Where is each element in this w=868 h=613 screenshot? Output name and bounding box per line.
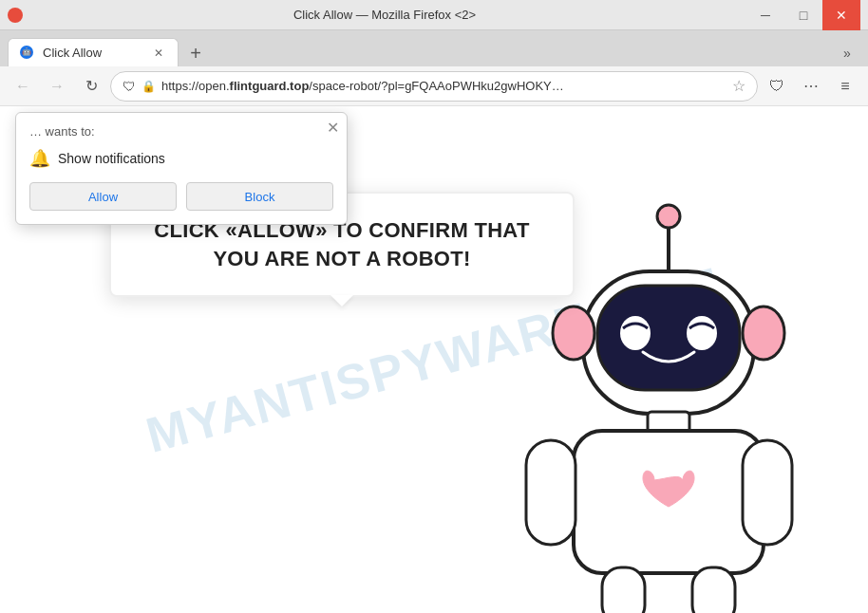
firefox-shield-button[interactable]: 🛡 xyxy=(762,71,792,102)
urlbar[interactable]: 🛡 🔒 https://open.flintguard.top/space-ro… xyxy=(110,71,758,102)
tabbar: 🤖 Click Allow ✕ + » xyxy=(0,30,868,66)
active-tab[interactable]: 🤖 Click Allow ✕ xyxy=(8,38,179,66)
new-tab-button[interactable]: + xyxy=(182,40,209,66)
notification-permission-popup: ✕ … wants to: 🔔 Show notifications Allow… xyxy=(15,112,348,225)
svg-point-7 xyxy=(743,306,784,360)
tab-bar-end: » xyxy=(834,40,860,66)
svg-rect-13 xyxy=(692,567,735,613)
tab-overflow-button[interactable]: » xyxy=(834,40,860,66)
svg-point-4 xyxy=(620,316,651,350)
popup-wants-text: … wants to: xyxy=(29,124,333,139)
popup-close-button[interactable]: ✕ xyxy=(327,119,339,137)
popup-buttons: Allow Block xyxy=(29,182,333,211)
back-button[interactable]: ← xyxy=(8,71,38,102)
forward-button[interactable]: → xyxy=(42,71,72,102)
window-controls xyxy=(8,8,23,23)
window-title: Click Allow — Mozilla Firefox <2> xyxy=(23,8,746,22)
navbar: ← → ↻ 🛡 🔒 https://open.flintguard.top/sp… xyxy=(0,66,868,106)
svg-rect-10 xyxy=(526,440,576,545)
popup-permission-row: 🔔 Show notifications xyxy=(29,148,333,169)
close-button[interactable]: ✕ xyxy=(822,0,860,30)
svg-rect-11 xyxy=(743,440,792,545)
permission-text: Show notifications xyxy=(58,151,165,166)
extensions-button[interactable]: ⋯ xyxy=(796,71,826,102)
svg-point-6 xyxy=(553,306,594,360)
minimize-button[interactable]: ─ xyxy=(746,0,784,30)
callout-text: CLICK «ALLOW» TO CONFIRM THAT YOU ARE NO… xyxy=(154,218,529,270)
block-button[interactable]: Block xyxy=(186,182,333,211)
tab-favicon-robot-icon: 🤖 xyxy=(20,46,33,59)
url-domain: flintguard.top xyxy=(230,79,310,93)
tab-label: Click Allow xyxy=(43,46,102,60)
window-right-controls: ─ □ ✕ xyxy=(746,0,860,30)
shield-icon: 🛡 xyxy=(123,79,136,94)
tab-favicon: 🤖 xyxy=(20,46,35,61)
allow-button[interactable]: Allow xyxy=(29,182,177,211)
tab-close-button[interactable]: ✕ xyxy=(151,46,166,61)
svg-point-1 xyxy=(657,205,680,228)
url-text: https://open.flintguard.top/space-robot/… xyxy=(161,79,564,93)
menu-button[interactable]: ≡ xyxy=(830,71,860,102)
svg-rect-3 xyxy=(597,286,740,390)
reload-button[interactable]: ↻ xyxy=(76,71,106,102)
titlebar: Click Allow — Mozilla Firefox <2> ─ □ ✕ xyxy=(0,0,868,30)
bell-icon: 🔔 xyxy=(29,148,50,169)
url-suffix: /space-robot/?pl=gFQAAoPWHku2gwHOKY… xyxy=(309,79,563,93)
nav-right-buttons: 🛡 ⋯ ≡ xyxy=(762,71,860,102)
maximize-button[interactable]: □ xyxy=(784,0,822,30)
bookmark-star-icon[interactable]: ☆ xyxy=(732,77,745,95)
window-close-dot[interactable] xyxy=(8,8,23,23)
svg-rect-12 xyxy=(602,567,645,613)
svg-point-5 xyxy=(687,316,717,350)
page-content: MYANTISPYWARE.COM xyxy=(0,106,868,613)
url-prefix: https://open. xyxy=(161,79,230,93)
lock-icon: 🔒 xyxy=(142,80,156,93)
